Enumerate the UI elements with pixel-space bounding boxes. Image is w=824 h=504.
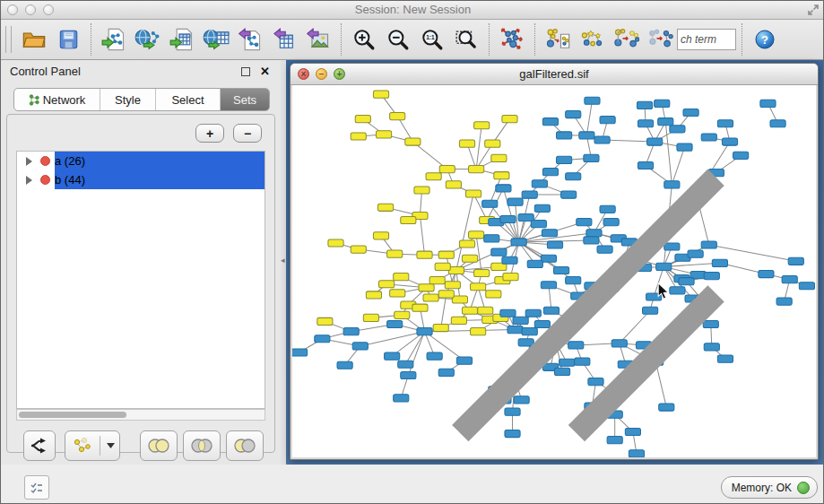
new-network-from-selection-button[interactable] xyxy=(541,22,575,56)
frame-close-icon[interactable]: × xyxy=(298,68,309,80)
select-first-neighbors-button[interactable] xyxy=(575,22,609,56)
add-set-button[interactable]: + xyxy=(195,124,224,143)
window-title: Session: New Session xyxy=(1,1,824,19)
tab-sets-label: Sets xyxy=(233,93,256,107)
venn-intersection-icon xyxy=(188,437,215,455)
union-sets-button[interactable] xyxy=(140,430,178,461)
float-panel-icon[interactable] xyxy=(241,67,250,76)
open-folder-icon xyxy=(22,27,47,52)
task-history-button[interactable] xyxy=(24,475,49,500)
chevron-down-icon xyxy=(107,443,115,448)
import-network-web-button[interactable] xyxy=(131,22,165,56)
frame-minimize-icon[interactable]: − xyxy=(316,68,327,80)
main-toolbar: 1:1 xyxy=(1,20,824,60)
intersect-sets-button[interactable] xyxy=(183,430,221,461)
toolbar-separator xyxy=(489,23,490,56)
zoom-fit-selected-button[interactable] xyxy=(449,22,483,56)
horizontal-scrollbar[interactable] xyxy=(16,409,265,421)
memory-ok-indicator xyxy=(797,482,810,494)
difference-sets-button[interactable] xyxy=(226,430,264,461)
export-image-icon xyxy=(306,27,331,52)
import-table-web-icon xyxy=(203,27,230,52)
split-arrows-icon xyxy=(29,435,50,456)
list-item[interactable]: a (26) xyxy=(17,152,265,170)
help-button[interactable]: ? xyxy=(748,22,782,56)
tab-select-label: Select xyxy=(171,93,204,107)
zoom-in-button[interactable] xyxy=(347,22,381,56)
tab-select[interactable]: Select xyxy=(156,89,221,110)
svg-text:?: ? xyxy=(761,33,768,47)
open-session-button[interactable] xyxy=(17,22,51,56)
show-all-icon xyxy=(646,26,673,53)
export-table-icon xyxy=(272,27,297,52)
toolbar-separator xyxy=(534,23,535,56)
network-desktop: galFiltered.sif × − + xyxy=(286,60,824,465)
toolbar-drag-handle[interactable] xyxy=(5,26,12,53)
status-bar: Memory: OK xyxy=(1,465,824,504)
help-icon: ? xyxy=(754,29,776,50)
export-network-button[interactable] xyxy=(233,22,267,56)
export-image-button[interactable] xyxy=(301,22,335,56)
set-label: a (26) xyxy=(55,154,85,168)
memory-status-button[interactable]: Memory: OK xyxy=(721,476,818,499)
scrollbar-thumb[interactable] xyxy=(19,412,126,418)
select-first-neighbors-icon xyxy=(578,26,605,53)
search-input[interactable] xyxy=(677,29,736,50)
split-sets-button[interactable] xyxy=(23,430,56,461)
list-item[interactable]: b (44) xyxy=(17,170,265,189)
tab-sets[interactable]: Sets xyxy=(221,89,269,110)
toolbar-separator xyxy=(91,23,91,56)
import-table-file-button[interactable] xyxy=(165,22,199,56)
app-window: Session: New Session xyxy=(0,0,824,504)
apply-layout-button[interactable] xyxy=(495,22,529,56)
set-color-dot xyxy=(40,175,50,185)
save-session-button[interactable] xyxy=(51,22,85,56)
network-tree-icon xyxy=(29,94,39,106)
close-panel-icon[interactable]: ✕ xyxy=(260,65,270,77)
tab-style[interactable]: Style xyxy=(100,89,156,110)
venn-difference-icon xyxy=(231,437,258,455)
frame-maximize-icon[interactable]: + xyxy=(334,68,345,80)
zoom-in-icon xyxy=(352,28,376,51)
export-table-button[interactable] xyxy=(267,22,301,56)
task-checklist-icon xyxy=(30,481,44,495)
collapse-panel-icon[interactable]: ◂ xyxy=(281,256,285,265)
hide-selected-icon xyxy=(612,26,639,53)
resize-grip[interactable] xyxy=(292,85,815,456)
import-network-web-icon xyxy=(134,27,161,52)
sets-list: a (26) b (44) xyxy=(16,151,265,409)
hide-selected-button[interactable] xyxy=(609,22,643,56)
fullscreen-icon[interactable] xyxy=(807,4,820,16)
network-canvas[interactable] xyxy=(292,85,816,457)
zoom-actual-size-button[interactable]: 1:1 xyxy=(415,22,449,56)
remove-set-button[interactable]: − xyxy=(233,124,262,143)
svg-text:1:1: 1:1 xyxy=(426,34,435,40)
set-label: b (44) xyxy=(55,173,85,187)
zoom-out-button[interactable] xyxy=(381,22,415,56)
selection-highlight xyxy=(55,170,265,189)
window-titlebar: Session: New Session xyxy=(1,1,824,20)
import-table-web-button[interactable] xyxy=(199,22,233,56)
import-network-file-button[interactable] xyxy=(97,22,131,56)
tab-style-label: Style xyxy=(115,93,141,107)
network-frame-title: galFiltered.sif xyxy=(291,64,818,84)
expander-triangle-icon[interactable] xyxy=(26,157,32,166)
show-all-button[interactable] xyxy=(643,22,677,56)
memory-status-label: Memory: OK xyxy=(732,482,792,494)
zoom-out-icon xyxy=(386,28,410,51)
expander-triangle-icon[interactable] xyxy=(26,176,32,185)
control-panel-tabs: Network Style Select Sets xyxy=(13,88,270,111)
set-color-dot xyxy=(40,156,50,166)
network-frame[interactable]: galFiltered.sif × − + xyxy=(290,63,819,460)
save-icon xyxy=(56,28,80,51)
tab-network[interactable]: Network xyxy=(14,89,100,110)
zoom-actual-size-icon: 1:1 xyxy=(421,28,444,51)
create-set-from-network-button[interactable] xyxy=(65,430,120,461)
toolbar-separator xyxy=(742,23,742,56)
network-frame-titlebar[interactable]: galFiltered.sif × − + xyxy=(291,64,818,85)
control-panel-header: Control Panel ✕ xyxy=(1,60,281,83)
venn-union-icon xyxy=(145,437,172,455)
export-network-icon xyxy=(238,27,263,52)
yellow-network-icon xyxy=(70,435,93,456)
zoom-fit-selected-icon xyxy=(455,28,478,51)
